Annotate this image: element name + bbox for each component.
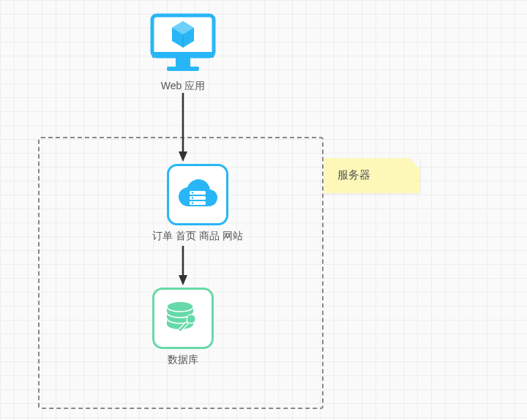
database-tools-icon [161,296,205,340]
node-database-label: 数据库 [168,353,198,367]
svg-point-13 [192,197,194,199]
arrow-services-to-database [179,246,187,285]
svg-marker-16 [179,275,187,285]
server-label-note: 服务器 [324,158,419,193]
node-web-app-label: Web 应用 [161,80,205,93]
node-web-app[interactable]: Web 应用 [146,11,220,93]
node-services[interactable]: 订单 首页 商品 网站 [152,164,243,243]
arrow-webapp-to-services [179,93,187,162]
cloud-server-icon [175,176,220,213]
svg-marker-8 [179,151,187,162]
svg-rect-2 [176,58,190,67]
monitor-icon [146,11,220,75]
node-database[interactable]: 数据库 [152,288,214,367]
svg-rect-3 [167,67,199,71]
svg-point-14 [192,202,194,204]
node-services-label: 订单 首页 商品 网站 [152,230,243,243]
svg-rect-1 [152,52,214,58]
svg-point-12 [192,192,194,194]
server-label-text: 服务器 [337,168,370,181]
